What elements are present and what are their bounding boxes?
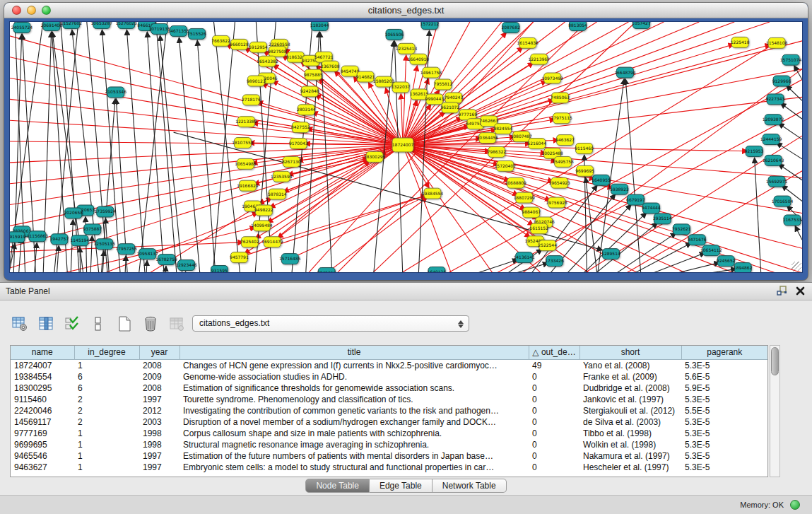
graph-node[interactable]: 1733426 [545,256,564,267]
new-table-icon[interactable] [116,315,133,332]
toggle-rows-icon[interactable] [90,315,107,332]
graph-node[interactable]: 7940243 [445,93,464,103]
graph-node[interactable]: 9242848 [300,86,319,97]
graph-node[interactable]: 10654112 [700,245,722,256]
graph-node[interactable]: 7515526 [187,28,206,39]
graph-node[interactable]: 15885203 [373,76,395,87]
graph-node[interactable]: 15276023 [115,21,137,28]
graph-node[interactable]: 9990443 [425,94,445,105]
graph-node[interactable]: 2522544 [538,240,557,251]
graph-node[interactable]: 10688809 [505,177,526,188]
graph-node[interactable]: 12923446 [175,260,197,271]
graph-node[interactable]: 16914479 [261,237,283,247]
graph-node[interactable]: 2020658 [64,208,83,218]
float-panel-icon[interactable] [777,286,787,298]
graph-node[interactable]: 12505135 [94,239,116,250]
table-row[interactable]: 1938455462009Genome-wide association stu… [11,371,767,382]
graph-node[interactable]: 9875885 [304,69,323,80]
resize-grip-icon[interactable] [792,262,801,271]
graph-node[interactable]: 8471676 [688,235,707,245]
graph-node[interactable]: 9498222 [254,205,273,216]
graph-node[interactable]: 1615152 [529,223,548,234]
graph-node[interactable]: 15692971 [766,176,788,187]
graph-node[interactable]: 1167533 [783,215,802,226]
graph-node[interactable]: 18807299 [513,192,535,203]
graph-node[interactable]: 20364456 [477,133,499,144]
column-header-title[interactable]: title [180,346,529,359]
graph-node[interactable]: 9884067 [522,207,541,218]
graph-node[interactable]: 12093872 [763,115,784,125]
graph-node[interactable]: 18300295 [364,151,386,162]
graph-node[interactable]: 16210643 [763,155,784,165]
graph-node[interactable]: 3915919 [9,232,25,243]
table-row[interactable]: 1872400712008Changes of HCN gene express… [11,359,767,371]
graph-node[interactable]: 1640125 [428,267,447,273]
graph-node[interactable]: 10973493 [541,73,563,83]
graph-node[interactable]: 9474444 [642,203,661,214]
table-row[interactable]: 969969511998Structural magnetic resonanc… [11,439,767,450]
column-header-pagerank[interactable]: pagerank [681,346,767,359]
scrollbar-thumb[interactable] [771,347,779,375]
graph-node[interactable]: 16543382 [257,56,278,66]
graph-node[interactable]: 9457791 [230,252,249,263]
graph-node[interactable]: 19384554 [422,188,444,199]
graph-node[interactable]: 1942757 [50,234,69,245]
window-titlebar[interactable]: citations_edges.txt [4,3,808,18]
minimize-window-button[interactable] [27,6,36,15]
graph-node[interactable]: 2087682 [501,22,520,33]
graph-node[interactable]: 9824554 [493,124,512,134]
graph-node[interactable]: 1572212 [420,21,440,29]
graph-node[interactable]: 10654985 [235,158,257,169]
graph-node[interactable]: 10653287 [91,21,113,28]
graph-node[interactable]: 14671355 [167,25,189,36]
graph-node[interactable]: 5878314 [268,189,287,199]
graph-node[interactable]: 8813054 [568,21,587,30]
graph-node[interactable]: 7663822 [211,35,230,46]
graph-node[interactable]: 17957255 [115,244,137,255]
graph-node[interactable]: 7485063 [551,93,570,103]
graph-node[interactable]: 9170043 [289,139,308,149]
graph-node[interactable]: 1894862 [734,263,753,273]
graph-node[interactable]: 12444159 [760,134,782,145]
table-row[interactable]: 977716911998Corpus callosum shape and si… [11,428,767,439]
graph-node[interactable]: 12325413 [396,43,418,54]
column-header-short[interactable]: short [579,346,681,359]
graph-node[interactable]: 16154838 [517,37,539,48]
graph-node[interactable]: 16782759 [155,255,177,265]
graph-node[interactable]: 1183044 [310,21,329,30]
graph-node[interactable]: 12213967 [528,54,550,64]
table-row[interactable]: 946554611997Estimation of the future num… [11,450,767,462]
graph-node[interactable]: 15716485 [279,254,301,264]
graph-node[interactable]: 14136141 [513,252,535,263]
graph-node[interactable]: 9227343 [766,94,785,105]
graph-node[interactable]: 16648794 [614,67,636,78]
graph-node[interactable]: 10719135 [148,23,170,34]
graph-node[interactable]: 11156863 [27,231,49,242]
column-chooser-icon[interactable] [37,315,54,332]
graph-node[interactable]: 5912954 [249,42,268,52]
graph-node[interactable]: 1322037 [392,82,411,93]
graph-node[interactable]: 2718176 [242,95,261,105]
graph-node[interactable]: 9375887 [83,224,102,235]
graph-node[interactable]: 2935114 [653,214,672,224]
table-scrollbar[interactable] [770,345,780,477]
graph-node[interactable]: 1065506 [385,29,404,40]
graph-hub-node[interactable]: 18724007 [392,138,414,152]
graph-node[interactable]: 1145194 [71,235,90,246]
graph-node[interactable]: 7986322 [487,147,506,158]
graph-node[interactable]: 15495758 [552,156,574,167]
graph-node[interactable]: 14099484 [251,221,273,231]
table-row[interactable]: 1830029562008Estimation of significance … [11,382,767,394]
graph-node[interactable]: 17359924 [95,206,117,217]
close-window-button[interactable] [12,6,21,15]
graph-node[interactable]: 9621072 [441,103,460,113]
table-row[interactable]: 911546021997Tourette syndrome. Phenomeno… [11,394,767,405]
graph-node[interactable]: 18107553 [232,138,254,148]
graph-node[interactable]: 2803144 [297,105,316,115]
graph-node[interactable]: 11527602 [61,21,83,28]
graph-node[interactable]: 931595 [211,266,228,273]
graph-node[interactable]: 9215953 [745,146,764,157]
graph-node[interactable]: 19166829 [237,180,259,191]
graph-node[interactable]: 1225418 [731,37,750,47]
graph-node[interactable]: 6679197 [626,194,645,205]
